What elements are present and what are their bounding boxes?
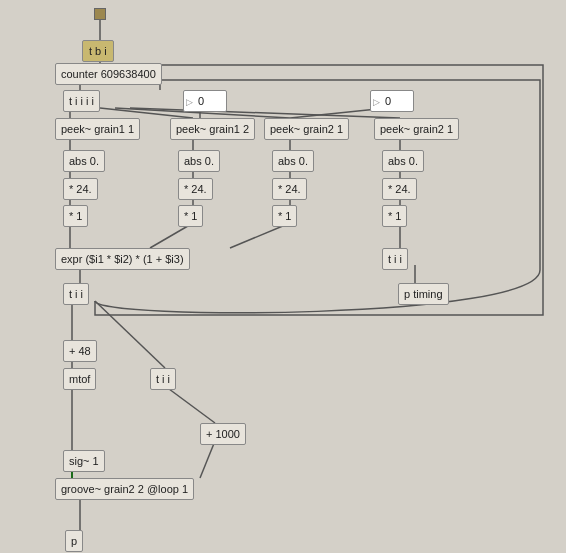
number-box-1[interactable]: 0 [183, 90, 227, 112]
tii-2[interactable]: t i i [382, 248, 408, 270]
peek-grain2-2[interactable]: peek~ grain2 1 [374, 118, 459, 140]
peek-grain2-1[interactable]: peek~ grain2 1 [264, 118, 349, 140]
expr-box[interactable]: expr ($i1 * $i2) * (1 + $i3) [55, 248, 190, 270]
tiiii-box[interactable]: t i i i i [63, 90, 100, 112]
svg-line-33 [200, 441, 215, 478]
mul24-3[interactable]: * 24. [272, 178, 307, 200]
peek-grain1-2[interactable]: peek~ grain1 2 [170, 118, 255, 140]
svg-line-6 [130, 108, 400, 118]
svg-line-4 [100, 108, 193, 118]
plus1000[interactable]: + 1000 [200, 423, 246, 445]
mul1-3[interactable]: * 1 [272, 205, 297, 227]
p-timing[interactable]: p timing [398, 283, 449, 305]
plus48[interactable]: + 48 [63, 340, 97, 362]
number-box-2[interactable]: 0 [370, 90, 414, 112]
mul24-4[interactable]: * 24. [382, 178, 417, 200]
abs-3[interactable]: abs 0. [272, 150, 314, 172]
tii-3[interactable]: t i i [150, 368, 176, 390]
patch-area: t b i counter 609638400 t i i i i 0 0 pe… [0, 0, 566, 553]
mul1-2[interactable]: * 1 [178, 205, 203, 227]
abs-2[interactable]: abs 0. [178, 150, 220, 172]
connector-top [94, 8, 106, 20]
peek-grain1-1[interactable]: peek~ grain1 1 [55, 118, 140, 140]
tii-1[interactable]: t i i [63, 283, 89, 305]
mul1-1[interactable]: * 1 [63, 205, 88, 227]
p-box[interactable]: p [65, 530, 83, 552]
mul24-2[interactable]: * 24. [178, 178, 213, 200]
sig-tilde-1[interactable]: sig~ 1 [63, 450, 105, 472]
counter-box[interactable]: counter 609638400 [55, 63, 162, 85]
groove-tilde[interactable]: groove~ grain2 2 @loop 1 [55, 478, 194, 500]
svg-line-29 [95, 301, 165, 368]
abs-1[interactable]: abs 0. [63, 150, 105, 172]
mul24-1[interactable]: * 24. [63, 178, 98, 200]
abs-4[interactable]: abs 0. [382, 150, 424, 172]
tbi-box[interactable]: t b i [82, 40, 114, 62]
svg-line-31 [165, 386, 215, 423]
mtof-box[interactable]: mtof [63, 368, 96, 390]
mul1-4[interactable]: * 1 [382, 205, 407, 227]
